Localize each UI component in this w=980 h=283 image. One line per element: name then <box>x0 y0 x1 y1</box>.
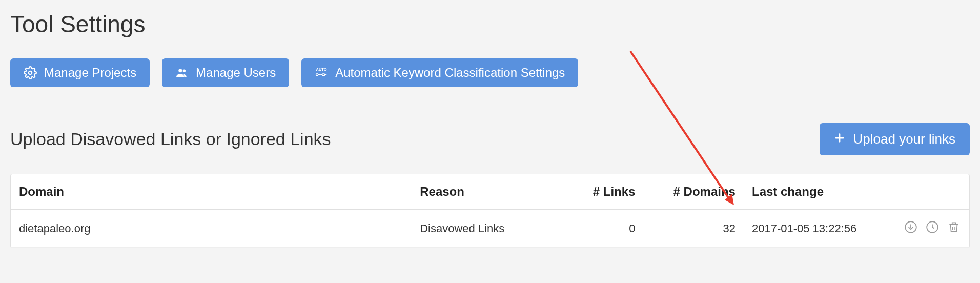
col-header-lastchange: Last change <box>744 174 888 210</box>
col-header-links: # Links <box>562 174 644 210</box>
cell-reason: Disavowed Links <box>412 210 562 248</box>
manage-users-label: Manage Users <box>196 66 276 80</box>
cell-lastchange: 2017-01-05 13:22:56 <box>744 210 888 248</box>
gear-icon <box>24 66 37 79</box>
col-header-actions <box>888 174 969 210</box>
svg-rect-7 <box>322 74 325 76</box>
upload-section-header: Upload Disavowed Links or Ignored Links … <box>10 123 970 155</box>
page-title: Tool Settings <box>10 10 970 38</box>
links-table: Domain Reason # Links # Domains Last cha… <box>11 174 969 248</box>
manage-projects-label: Manage Projects <box>44 66 136 80</box>
cell-domain: dietapaleo.org <box>11 210 412 248</box>
auto-keyword-icon: AUTO <box>315 66 328 79</box>
plus-icon <box>834 131 845 147</box>
users-icon <box>175 66 189 79</box>
svg-text:AUTO: AUTO <box>316 67 327 72</box>
col-header-domains: # Domains <box>643 174 744 210</box>
cell-actions <box>888 210 969 248</box>
col-header-reason: Reason <box>412 174 562 210</box>
history-icon[interactable] <box>925 220 940 234</box>
toolbar: Manage Projects Manage Users AUTO Automa… <box>10 58 970 87</box>
cell-domains: 32 <box>643 210 744 248</box>
cell-links: 0 <box>562 210 644 248</box>
table-row: dietapaleo.org Disavowed Links 0 32 2017… <box>11 210 969 248</box>
svg-point-0 <box>29 71 32 75</box>
manage-users-button[interactable]: Manage Users <box>162 58 289 87</box>
upload-links-button[interactable]: Upload your links <box>820 123 970 155</box>
upload-links-label: Upload your links <box>853 131 955 147</box>
links-table-container: Domain Reason # Links # Domains Last cha… <box>10 174 970 248</box>
upload-section-title: Upload Disavowed Links or Ignored Links <box>10 129 331 149</box>
col-header-domain: Domain <box>11 174 412 210</box>
trash-icon[interactable] <box>947 220 961 234</box>
svg-point-2 <box>183 70 186 72</box>
manage-projects-button[interactable]: Manage Projects <box>10 58 150 87</box>
auto-classification-label: Automatic Keyword Classification Setting… <box>335 66 565 80</box>
svg-point-4 <box>316 74 318 76</box>
svg-point-1 <box>178 69 182 72</box>
auto-classification-button[interactable]: AUTO Automatic Keyword Classification Se… <box>301 58 578 87</box>
download-icon[interactable] <box>904 220 918 234</box>
